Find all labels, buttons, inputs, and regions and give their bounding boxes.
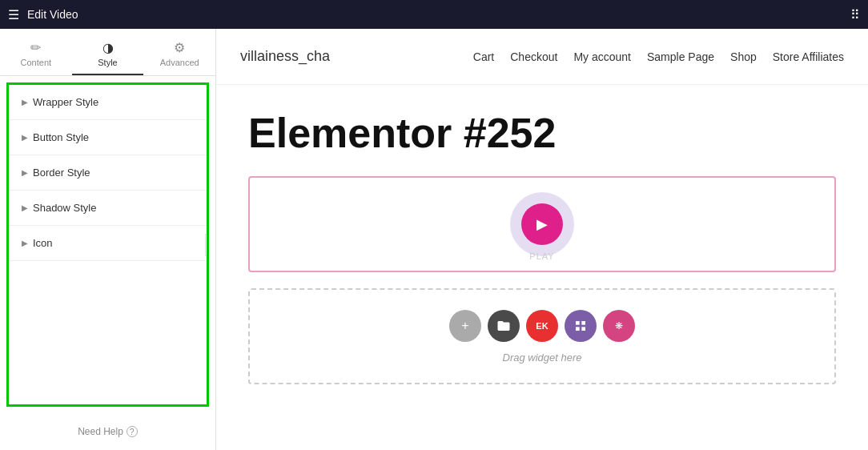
accordion-arrow-3: ▶	[22, 168, 28, 177]
advanced-tab-icon: ⚙	[174, 40, 185, 55]
style-tab-icon: ◑	[102, 40, 114, 55]
panel-tabs: ✏ Content ◑ Style ⚙ Advanced	[0, 29, 215, 76]
nav-store-affiliates[interactable]: Store Affiliates	[773, 50, 844, 63]
nav-sample-page[interactable]: Sample Page	[647, 50, 714, 63]
svg-rect-3	[581, 327, 585, 331]
site-header: villainess_cha Cart Checkout My account …	[216, 29, 868, 85]
tab-style-label: Style	[98, 58, 117, 67]
tab-advanced-label: Advanced	[160, 58, 199, 67]
play-button-inner[interactable]: ▶	[521, 203, 563, 245]
accordion-shadow-style: ▶ Shadow Style	[9, 191, 207, 226]
page-title: Elementor #252	[248, 109, 836, 157]
accordion-shadow-style-header[interactable]: ▶ Shadow Style	[9, 191, 207, 225]
drag-label: Drag widget here	[503, 352, 582, 364]
widget-btn-grid[interactable]	[565, 310, 597, 342]
widget-btn-ek[interactable]: EK	[526, 310, 558, 342]
widget-btn-folder[interactable]	[488, 310, 520, 342]
panel-collapse-button[interactable]: ‹	[205, 234, 209, 256]
accordion-border-style: ▶ Border Style	[9, 155, 207, 191]
nav-my-account[interactable]: My account	[573, 50, 631, 63]
play-icon: ▶	[536, 215, 548, 233]
drop-zone[interactable]: + EK ❋ Drag widget here	[248, 288, 836, 384]
nav-cart[interactable]: Cart	[473, 50, 494, 63]
tab-advanced[interactable]: ⚙ Advanced	[143, 35, 215, 75]
accordion-wrapper-style-header[interactable]: ▶ Wrapper Style	[9, 85, 207, 119]
content-tab-icon: ✏	[30, 40, 41, 55]
accordion-button-style-header[interactable]: ▶ Button Style	[9, 120, 207, 155]
accordion-icon: ▶ Icon	[9, 226, 207, 261]
grid-icon[interactable]: ⠿	[850, 7, 860, 22]
accordion-wrapper-style-label: Wrapper Style	[33, 96, 98, 108]
tab-content[interactable]: ✏ Content	[0, 35, 72, 75]
accordion-arrow-2: ▶	[22, 133, 28, 142]
svg-rect-0	[576, 321, 580, 325]
accordion-button-style: ▶ Button Style	[9, 120, 207, 155]
widget-buttons: + EK ❋	[449, 310, 635, 342]
header-bar: ☰ Edit Video ⠿	[0, 0, 868, 29]
play-label: PLAY	[529, 251, 554, 261]
tab-content-label: Content	[21, 58, 52, 67]
hamburger-icon[interactable]: ☰	[8, 7, 19, 22]
svg-rect-1	[581, 321, 585, 325]
canvas-content: Elementor #252 ▶ PLAY + EK	[216, 85, 868, 450]
need-help[interactable]: Need Help ?	[0, 413, 215, 450]
nav-shop[interactable]: Shop	[730, 50, 757, 63]
accordion-shadow-style-label: Shadow Style	[33, 202, 97, 214]
widget-btn-add[interactable]: +	[449, 310, 481, 342]
accordion-arrow-5: ▶	[22, 239, 28, 247]
video-widget[interactable]: ▶ PLAY	[248, 176, 836, 272]
accordion-arrow-4: ▶	[22, 203, 28, 212]
site-nav: Cart Checkout My account Sample Page Sho…	[473, 50, 844, 63]
header-title: Edit Video	[27, 8, 78, 21]
panel-content: ▶ Wrapper Style ▶ Button Style ▶ Border …	[6, 82, 209, 407]
widget-btn-flower[interactable]: ❋	[603, 310, 635, 342]
main-layout: ✏ Content ◑ Style ⚙ Advanced ▶ Wrapper S…	[0, 29, 868, 450]
accordion-border-style-header[interactable]: ▶ Border Style	[9, 155, 207, 190]
accordion-icon-label: Icon	[33, 237, 53, 249]
help-circle-icon: ?	[127, 426, 138, 437]
accordion-wrapper-style: ▶ Wrapper Style	[9, 85, 207, 120]
header-left: ☰ Edit Video	[8, 7, 78, 22]
accordion-button-style-label: Button Style	[33, 131, 89, 143]
nav-checkout[interactable]: Checkout	[510, 50, 557, 63]
left-panel: ✏ Content ◑ Style ⚙ Advanced ▶ Wrapper S…	[0, 29, 216, 450]
tab-style[interactable]: ◑ Style	[72, 35, 144, 75]
need-help-label: Need Help	[78, 426, 123, 437]
accordion-arrow-1: ▶	[22, 98, 28, 106]
canvas-area: villainess_cha Cart Checkout My account …	[216, 29, 868, 450]
accordion-border-style-label: Border Style	[33, 167, 90, 179]
accordion-icon-header[interactable]: ▶ Icon	[9, 226, 207, 260]
svg-rect-2	[576, 327, 580, 331]
play-button-outer: ▶	[510, 192, 574, 256]
site-logo: villainess_cha	[240, 48, 330, 65]
